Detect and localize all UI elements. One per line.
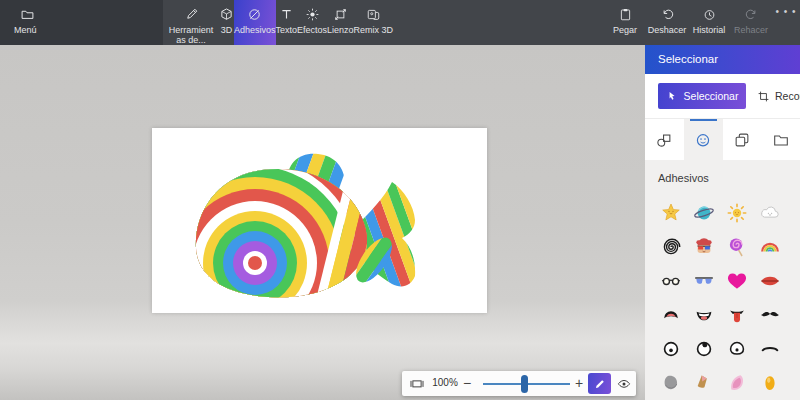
redo-icon	[744, 7, 759, 22]
sticker-grid	[654, 196, 800, 400]
fit-screen-icon[interactable]	[409, 376, 425, 391]
sticker-cloud[interactable]	[753, 196, 786, 230]
sticker-round-glasses[interactable]	[654, 264, 687, 298]
zoom-out-button[interactable]: −	[459, 373, 475, 393]
toolbar-tab-label: Lienzo	[327, 25, 354, 35]
pink-ear-sticker	[726, 372, 748, 394]
eye-open-sticker	[660, 338, 682, 360]
sticker-sun[interactable]	[720, 196, 753, 230]
crop-button[interactable]: Recortar	[753, 83, 800, 109]
sun-sticker	[726, 202, 748, 224]
toolbar-action-historial[interactable]: Historial	[688, 0, 730, 45]
sticker-frown-mouth[interactable]	[654, 298, 687, 332]
zoom-slider[interactable]	[483, 383, 570, 385]
toolbar-action-label: Rehacer	[734, 25, 768, 35]
sticker-gray-nose[interactable]	[654, 366, 687, 400]
drawing-canvas[interactable]	[152, 128, 487, 313]
panel-title: Seleccionar	[645, 45, 800, 74]
view-eye-button[interactable]	[616, 376, 632, 391]
sticker-tongue-mouth[interactable]	[720, 298, 753, 332]
toolbar-tabs: Herramient as de...3DAdhesivosTextoEfect…	[163, 0, 393, 45]
sticker-spiral[interactable]	[654, 230, 687, 264]
panel-tools: Seleccionar Recortar	[645, 74, 800, 118]
undo-icon	[660, 7, 675, 22]
sticker-eye-look-up[interactable]	[687, 332, 720, 366]
more-button[interactable]: • • •	[775, 6, 797, 17]
gray-nose-sticker	[660, 372, 682, 394]
lollipop-sticker	[726, 236, 748, 258]
remix-3d-icon	[366, 7, 381, 22]
sticker-planet[interactable]	[687, 196, 720, 230]
sticker-lollipop[interactable]	[720, 230, 753, 264]
toolbar-tab-3d[interactable]: 3D	[219, 0, 234, 45]
frown-mouth-sticker	[660, 304, 682, 326]
shapes-stickers-icon	[655, 131, 673, 149]
right-panel: Seleccionar Seleccionar Recortar Adhesiv…	[645, 45, 800, 400]
rainbow-sticker	[759, 236, 781, 258]
sticker-eye-closed[interactable]	[753, 332, 786, 366]
sticker-eye-open[interactable]	[654, 332, 687, 366]
sticker-heart[interactable]	[720, 264, 753, 298]
toolbar-actions: PegarDeshacerHistorialRehacer	[604, 0, 772, 45]
stickers-section-label: Adhesivos	[645, 160, 800, 184]
toolbar-tab-texto[interactable]: Texto	[276, 0, 298, 45]
toolbar-tab-label: Efectos	[297, 25, 327, 35]
history-icon	[702, 7, 717, 22]
toolbar-action-label: Pegar	[613, 25, 637, 35]
sticker-tab-faces[interactable]	[684, 119, 723, 160]
toolbar-action-pegar[interactable]: Pegar	[604, 0, 646, 45]
toolbar-tab-lienzo[interactable]: Lienzo	[327, 0, 354, 45]
zoom-value: 100%	[430, 377, 460, 388]
sticker-tab-custom[interactable]	[761, 119, 800, 160]
sticker-lips[interactable]	[753, 264, 786, 298]
select-button[interactable]: Seleccionar	[658, 83, 746, 109]
sticker-open-smile-mouth[interactable]	[687, 298, 720, 332]
cursor-icon	[666, 90, 678, 102]
sticker-tab-stickers[interactable]	[723, 119, 762, 160]
sticker-rainbow[interactable]	[753, 230, 786, 264]
sticker-tan-nose[interactable]	[687, 366, 720, 400]
sticker-orange-nose[interactable]	[753, 366, 786, 400]
eye-worried-sticker	[726, 338, 748, 360]
menu-icon	[20, 7, 35, 22]
sticker-star[interactable]	[654, 196, 687, 230]
sticker-tab-shapes[interactable]	[645, 119, 684, 160]
toolbar-action-deshacer[interactable]: Deshacer	[646, 0, 688, 45]
draw-mode-button[interactable]	[588, 373, 611, 394]
sunglasses-sticker	[693, 270, 715, 292]
toolbar-tab-herramientas[interactable]: Herramient as de...	[163, 0, 219, 45]
toolbar-tab-efectos[interactable]: Efectos	[297, 0, 327, 45]
tongue-mouth-sticker	[726, 304, 748, 326]
lips-sticker	[759, 270, 781, 292]
planet-sticker	[693, 202, 715, 224]
toolbar-tab-label: Adhesivos	[234, 25, 276, 35]
fish-image	[152, 128, 487, 313]
toolbar-tab-remix-3d[interactable]: Remix 3D	[354, 0, 394, 45]
kid-glasses-sticker	[693, 236, 715, 258]
toolbar-action-rehacer: Rehacer	[730, 0, 772, 45]
sticker-eye-worried[interactable]	[720, 332, 753, 366]
canvas-expand-icon	[333, 7, 348, 22]
folder-icon	[772, 131, 790, 149]
zoom-toolbar: 100% − +	[402, 371, 636, 396]
tan-nose-sticker	[693, 372, 715, 394]
crop-button-label: Recortar	[775, 90, 800, 102]
orange-nose-sticker	[759, 372, 781, 394]
sticker-pink-ear[interactable]	[720, 366, 753, 400]
zoom-in-button[interactable]: +	[571, 373, 587, 393]
sticker-kid-3d-glasses[interactable]	[687, 230, 720, 264]
zoom-slider-handle[interactable]	[521, 375, 528, 393]
face-sticker-icon	[694, 131, 712, 149]
sticker-sunglasses[interactable]	[687, 264, 720, 298]
toolbar-tab-label: Remix 3D	[354, 25, 394, 35]
spiral-sticker	[660, 236, 682, 258]
menu-button[interactable]: Menú	[4, 0, 56, 45]
paste-icon	[618, 7, 633, 22]
select-button-label: Seleccionar	[684, 90, 739, 102]
sticker-mustache[interactable]	[753, 298, 786, 332]
toolbar-tab-adhesivos[interactable]: Adhesivos	[234, 0, 276, 45]
open-smile-sticker	[693, 304, 715, 326]
sticker-category-tabs	[645, 118, 800, 160]
eye-closed-sticker	[759, 338, 781, 360]
sticker-icon	[247, 7, 262, 22]
